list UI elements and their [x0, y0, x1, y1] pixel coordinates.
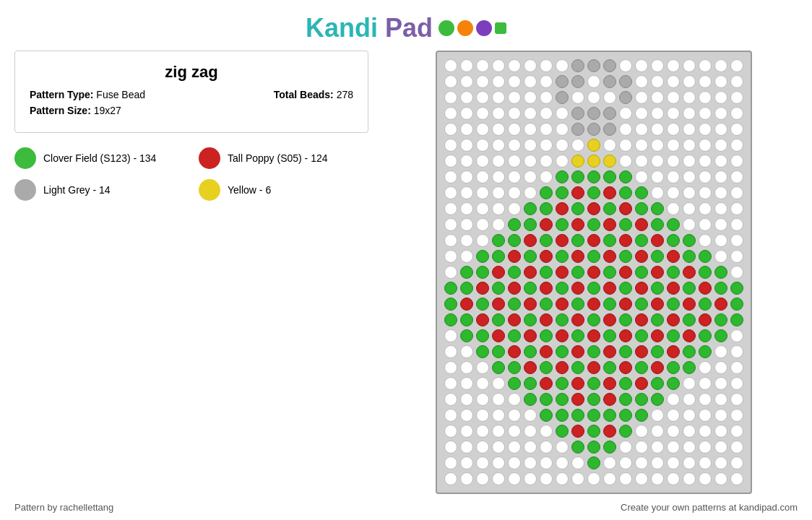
bead — [619, 266, 632, 279]
bead-cell — [649, 423, 665, 439]
bead-cell — [634, 360, 649, 376]
bead-cell — [681, 217, 697, 233]
bead-cell — [602, 312, 618, 328]
bead — [587, 234, 600, 247]
bead-cell — [634, 312, 649, 328]
bead-cell — [634, 233, 649, 248]
bead — [714, 170, 727, 183]
bead — [714, 155, 727, 168]
bead-cell — [729, 376, 745, 391]
bead-cell — [649, 360, 665, 376]
bead-cell — [618, 423, 634, 439]
bead-cell — [649, 471, 665, 487]
bead-cell — [618, 233, 634, 248]
bead-cell — [459, 248, 475, 264]
bead — [556, 472, 569, 485]
bead — [667, 186, 680, 199]
bead — [635, 170, 648, 183]
bead-cell — [729, 328, 745, 344]
bead — [556, 282, 569, 295]
bead — [508, 75, 521, 88]
bead-cell — [697, 233, 713, 248]
bead-cell — [713, 328, 729, 344]
bead-cell — [681, 201, 697, 217]
bead-cell — [538, 185, 554, 201]
bead-cell — [538, 312, 554, 328]
bead-cell — [602, 391, 618, 407]
bead-cell — [665, 201, 681, 217]
bead — [635, 234, 648, 247]
bead — [540, 250, 553, 263]
bead-cell — [697, 121, 713, 137]
bead-cell — [618, 344, 634, 360]
bead — [619, 218, 632, 231]
bead-cell — [586, 58, 602, 74]
bead-cell — [443, 137, 459, 153]
bead-cell — [506, 185, 522, 201]
bead-cell — [729, 137, 745, 153]
bead-cell — [538, 471, 554, 487]
bead — [460, 298, 473, 311]
bead-cell — [665, 360, 681, 376]
bead-cell — [554, 423, 570, 439]
bead-cell — [506, 471, 522, 487]
bead — [556, 186, 569, 199]
bead-cell — [538, 264, 554, 280]
bead — [556, 441, 569, 454]
bead — [540, 75, 553, 88]
bead — [651, 75, 664, 88]
bead — [651, 345, 664, 358]
bead — [683, 361, 696, 374]
bead-cell — [522, 280, 538, 296]
bead — [587, 202, 600, 215]
bead — [683, 425, 696, 438]
bead-cell — [475, 439, 491, 455]
bead-cell — [554, 90, 570, 105]
bead-cell — [459, 58, 475, 74]
bead — [699, 91, 712, 104]
bead-cell — [697, 312, 713, 328]
bead — [714, 91, 727, 104]
bead-cell — [506, 169, 522, 185]
bead-cell — [649, 121, 665, 137]
bead — [571, 186, 584, 199]
bead-cell — [506, 201, 522, 217]
bead-cell — [665, 423, 681, 439]
bead-cell — [586, 153, 602, 169]
bead-cell — [522, 360, 538, 376]
bead — [460, 91, 473, 104]
bead — [540, 139, 553, 152]
bead — [508, 409, 521, 422]
bead-cell — [697, 137, 713, 153]
bead — [699, 329, 712, 342]
bead — [587, 266, 600, 279]
bead-cell — [475, 312, 491, 328]
bead-cell — [729, 296, 745, 312]
bead-cell — [681, 248, 697, 264]
bead — [651, 441, 664, 454]
bead — [508, 377, 521, 390]
bead — [683, 75, 696, 88]
bead — [476, 170, 489, 183]
bead — [603, 186, 616, 199]
logo-dot — [378, 13, 385, 43]
bead-cell — [586, 121, 602, 137]
bead-cell — [554, 105, 570, 121]
bead-cell — [649, 455, 665, 471]
bead — [460, 250, 473, 263]
bead-cell — [586, 376, 602, 391]
bead-cell — [570, 423, 586, 439]
bead — [730, 361, 743, 374]
bead — [492, 139, 505, 152]
bead — [492, 282, 505, 295]
color-label-grey: Light Grey - 14 — [43, 184, 111, 196]
bead — [635, 393, 648, 406]
bead — [524, 91, 537, 104]
bead — [460, 59, 473, 72]
bead-cell — [586, 169, 602, 185]
bead-cell — [475, 90, 491, 105]
bead-cell — [459, 312, 475, 328]
bead-cell — [713, 312, 729, 328]
bead-cell — [522, 74, 538, 90]
bead-cell — [586, 455, 602, 471]
